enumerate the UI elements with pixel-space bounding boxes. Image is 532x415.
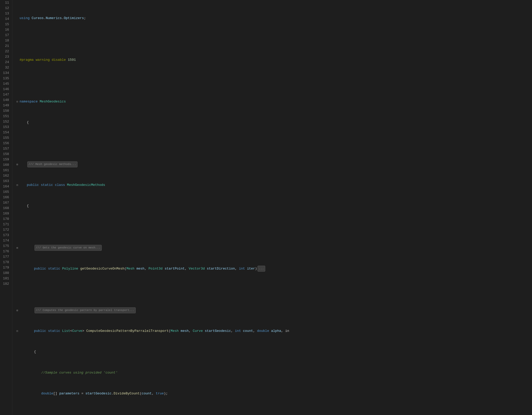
ln-173: 173 xyxy=(2,232,9,238)
ln-166: 166 xyxy=(2,195,9,200)
ln-22: 22 xyxy=(2,49,9,54)
ln-147: 147 xyxy=(2,92,9,97)
code-line-15: ⊟namespace MeshGeodesics xyxy=(15,99,532,104)
ln-14: 14 xyxy=(2,16,9,22)
collapsed-hint-32[interactable]: ... xyxy=(258,266,265,272)
ln-157: 157 xyxy=(2,146,9,151)
ln-152: 152 xyxy=(2,119,9,124)
ln-11: 11 xyxy=(2,0,9,5)
line-number-gutter: 11 12 13 14 15 16 17 18 21 22 23 24 32 1… xyxy=(0,0,12,415)
ln-160: 160 xyxy=(2,162,9,168)
code-line-24: ⊞/// Gets the geodesic curve on mesh... xyxy=(15,245,532,250)
ln-135: 135 xyxy=(2,76,9,81)
ln-174: 174 xyxy=(2,238,9,243)
collapsed-hint-24[interactable]: /// Gets the geodesic curve on mesh... xyxy=(35,245,102,251)
ln-176: 176 xyxy=(2,249,9,254)
code-line-21: ⊟public static class MeshGeodesicMethods xyxy=(15,182,532,188)
ln-158: 158 xyxy=(2,151,9,157)
code-line-22: { xyxy=(15,203,532,209)
ln-23: 23 xyxy=(2,54,9,59)
ln-156: 156 xyxy=(2,141,9,146)
ln-134: 134 xyxy=(2,70,9,76)
code-line-23 xyxy=(15,224,532,229)
ln-169: 169 xyxy=(2,211,9,216)
fold-icon-135[interactable]: ⊞ xyxy=(15,309,19,313)
ln-167: 167 xyxy=(2,200,9,205)
fold-icon-15[interactable]: ⊟ xyxy=(15,100,19,104)
ln-16: 16 xyxy=(2,27,9,32)
code-line-149 xyxy=(15,412,532,415)
ln-151: 151 xyxy=(2,114,9,119)
code-line-16: { xyxy=(15,120,532,125)
ln-177: 177 xyxy=(2,254,9,260)
ln-153: 153 xyxy=(2,124,9,130)
ln-171: 171 xyxy=(2,222,9,227)
ln-175: 175 xyxy=(2,243,9,249)
ln-161: 161 xyxy=(2,168,9,173)
fold-icon-145[interactable]: ⊟ xyxy=(15,330,19,333)
fold-icon-24[interactable]: ⊞ xyxy=(15,246,19,250)
ln-162: 162 xyxy=(2,173,9,178)
code-line-134 xyxy=(15,287,532,292)
ln-165: 165 xyxy=(2,189,9,195)
code-line-32: public static Polyline getGeodesicCurveO… xyxy=(15,266,532,271)
code-line-13: #pragma warning disable 1591 xyxy=(15,57,532,63)
code-content: using Cureos.Numerics.Optimizers; #pragm… xyxy=(12,0,532,415)
ln-155: 155 xyxy=(2,135,9,141)
ln-172: 172 xyxy=(2,227,9,232)
code-line-148: double[] parameters = startGeodesic.Divi… xyxy=(15,391,532,396)
ln-24: 24 xyxy=(2,59,9,65)
ln-21: 21 xyxy=(2,43,9,49)
code-line-12 xyxy=(15,36,532,42)
code-line-146: { xyxy=(15,349,532,355)
ln-18: 18 xyxy=(2,38,9,43)
ln-164: 164 xyxy=(2,184,9,189)
ln-13: 13 xyxy=(2,11,9,16)
fold-icon-18[interactable]: ⊞ xyxy=(15,163,19,167)
ln-12: 12 xyxy=(2,5,9,11)
ln-17: 17 xyxy=(2,32,9,38)
code-line-18: ⊞/// Mesh geodesic methods... xyxy=(15,161,532,167)
ln-163: 163 xyxy=(2,178,9,184)
ln-149: 149 xyxy=(2,103,9,108)
ln-181: 181 xyxy=(2,276,9,281)
ln-15: 15 xyxy=(2,22,9,27)
ln-32: 32 xyxy=(2,65,9,70)
ln-170: 170 xyxy=(2,216,9,222)
code-editor: 11 12 13 14 15 16 17 18 21 22 23 24 32 1… xyxy=(0,0,532,415)
collapsed-hint-18[interactable]: /// Mesh geodesic methods... xyxy=(27,161,78,167)
collapsed-hint-135[interactable]: /// Computes the geodesic pattern by par… xyxy=(35,307,136,313)
code-line-135: ⊞/// Computes the geodesic pattern by pa… xyxy=(15,307,532,313)
ln-182: 182 xyxy=(2,281,9,287)
code-line-11: using Cureos.Numerics.Optimizers; xyxy=(15,15,532,21)
code-line-145: ⊟public static List<Curve> ComputeGeodes… xyxy=(15,328,532,334)
ln-178: 178 xyxy=(2,260,9,265)
ln-179: 179 xyxy=(2,265,9,270)
ln-145: 145 xyxy=(2,81,9,87)
code-line-17 xyxy=(15,141,532,146)
fold-icon-21[interactable]: ⊟ xyxy=(15,184,19,187)
ln-148: 148 xyxy=(2,97,9,103)
ln-159: 159 xyxy=(2,157,9,162)
ln-154: 154 xyxy=(2,130,9,135)
ln-146: 146 xyxy=(2,87,9,92)
code-line-14 xyxy=(15,78,532,83)
code-line-147: //Sample curves using provided 'count' xyxy=(15,370,532,375)
ln-168: 168 xyxy=(2,205,9,211)
ln-180: 180 xyxy=(2,270,9,276)
ln-150: 150 xyxy=(2,108,9,114)
